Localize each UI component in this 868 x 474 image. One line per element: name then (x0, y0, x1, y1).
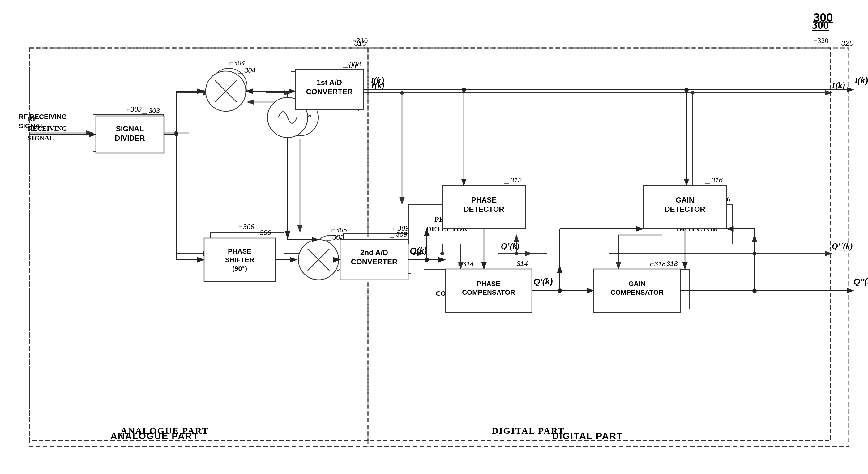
phase-shifter-block: PHASESHIFTER(90°) (210, 232, 284, 275)
svg-rect-3 (29, 48, 830, 441)
qppk-output-label: Q''(k) (832, 241, 853, 251)
svg-text:I(k): I(k) (855, 76, 868, 85)
svg-point-31 (440, 252, 444, 255)
ik-label: I(k) (371, 81, 385, 90)
ref-312: ⌐312 (452, 195, 468, 203)
ref-305: ⌐305 (331, 226, 347, 234)
gain-compensator-block: GAINCOMPENSATOR (609, 269, 689, 309)
ref-304: ⌐304 (229, 59, 245, 67)
svg-text:Q''(k): Q''(k) (854, 277, 868, 286)
mixer1-block: ⊗ (210, 68, 247, 105)
ref-318: ⌐318 (649, 260, 665, 268)
phase-detector-block: PHASEDETECTOR (408, 204, 486, 244)
ref-308: ⌐308 (340, 62, 356, 70)
ad2-block: 2nd A/DCONVERTER (343, 233, 411, 274)
digital-part-label: DIGITAL PART (492, 425, 565, 436)
ik-output-label: I(k) (832, 81, 845, 90)
ref-320: ⌐320 (813, 36, 829, 45)
svg-point-41 (753, 252, 756, 255)
ref-314: ⌐314 (458, 260, 474, 268)
qpk-label: Q'(k) (501, 241, 520, 251)
phase-compensator-block: PHASECOMPENSATOR (424, 269, 501, 309)
qk-label: Q(k) (390, 241, 406, 251)
svg-point-10 (175, 131, 178, 135)
figure-number: 300 (812, 19, 829, 32)
svg-point-26 (400, 91, 404, 95)
gain-detector-block: GAINDETECTOR (662, 204, 733, 244)
ref-306: ⌐306 (238, 223, 254, 231)
ref-316: ⌐316 (714, 195, 731, 203)
ref-303: ⌐303 (127, 105, 142, 114)
signal-divider-block: SIGNALDIVIDER (93, 115, 164, 152)
svg-point-36 (515, 252, 518, 255)
ref-310: ⌐310 (352, 36, 368, 45)
ref-309: ⌐309 (393, 224, 409, 232)
analogue-part-label: ANALOGUE PART (121, 425, 209, 436)
svg-point-28 (691, 91, 694, 95)
ad1-block: 1st A/DCONVERTER (291, 71, 359, 111)
rf-signal-label: RF RECEIVINGSIGNAL (28, 115, 65, 143)
